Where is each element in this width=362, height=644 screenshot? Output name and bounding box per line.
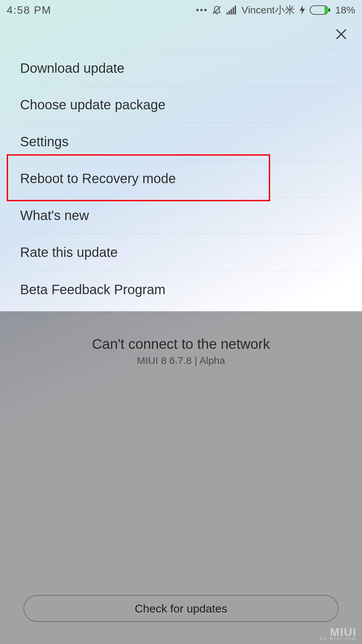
status-bar: 4:58 PM Vince bbox=[0, 0, 362, 20]
svg-point-0 bbox=[196, 9, 199, 11]
menu-item-label: Settings bbox=[20, 134, 69, 149]
svg-point-1 bbox=[200, 9, 203, 11]
menu-item-label: Download update bbox=[20, 61, 124, 76]
status-right: Vincent小米 18% bbox=[196, 3, 355, 17]
menu-item-label: What's new bbox=[20, 208, 89, 223]
more-dots-icon bbox=[196, 8, 207, 12]
carrier-label: Vincent小米 bbox=[241, 3, 295, 17]
svg-rect-7 bbox=[233, 7, 234, 14]
close-icon bbox=[335, 28, 348, 42]
menu-item-choose-update-package[interactable]: Choose update package bbox=[20, 87, 342, 123]
network-status-text: Can't connect to the network bbox=[92, 336, 270, 352]
signal-icon bbox=[227, 6, 237, 14]
menu-item-label: Beta Feedback Program bbox=[20, 282, 166, 297]
menu-item-whats-new[interactable]: What's new bbox=[20, 197, 342, 234]
menu-item-beta-feedback[interactable]: Beta Feedback Program bbox=[20, 271, 342, 308]
status-time: 4:58 PM bbox=[7, 4, 51, 16]
check-for-updates-label: Check for updates bbox=[135, 602, 227, 615]
mute-icon bbox=[212, 5, 222, 15]
menu-item-label: Reboot to Recovery mode bbox=[20, 171, 176, 186]
menu-item-rate-this-update[interactable]: Rate this update bbox=[20, 234, 342, 271]
charging-bolt-icon bbox=[300, 5, 305, 15]
svg-rect-6 bbox=[231, 9, 232, 14]
options-menu-panel: Download update Choose update package Se… bbox=[0, 20, 362, 308]
svg-rect-5 bbox=[229, 11, 230, 14]
menu-item-download-update[interactable]: Download update bbox=[20, 50, 342, 87]
menu-item-label: Rate this update bbox=[20, 245, 118, 260]
battery-icon bbox=[310, 5, 330, 15]
svg-rect-10 bbox=[328, 8, 330, 12]
svg-point-2 bbox=[204, 9, 207, 11]
updater-main-area: Can't connect to the network MIUI 8 6.7.… bbox=[0, 311, 362, 644]
menu-item-reboot-recovery[interactable]: Reboot to Recovery mode bbox=[20, 160, 342, 197]
close-button[interactable] bbox=[333, 27, 349, 43]
menu-list: Download update Choose update package Se… bbox=[0, 50, 362, 308]
battery-percent: 18% bbox=[335, 4, 355, 16]
check-for-updates-button[interactable]: Check for updates bbox=[23, 595, 339, 622]
version-text: MIUI 8 6.7.8 | Alpha bbox=[137, 355, 225, 366]
menu-item-settings[interactable]: Settings bbox=[20, 123, 342, 160]
menu-item-label: Choose update package bbox=[20, 97, 166, 112]
watermark: MIUI en.miui.com bbox=[320, 627, 357, 641]
svg-rect-4 bbox=[227, 12, 228, 14]
svg-rect-8 bbox=[235, 6, 236, 14]
watermark-sub: en.miui.com bbox=[320, 637, 357, 641]
